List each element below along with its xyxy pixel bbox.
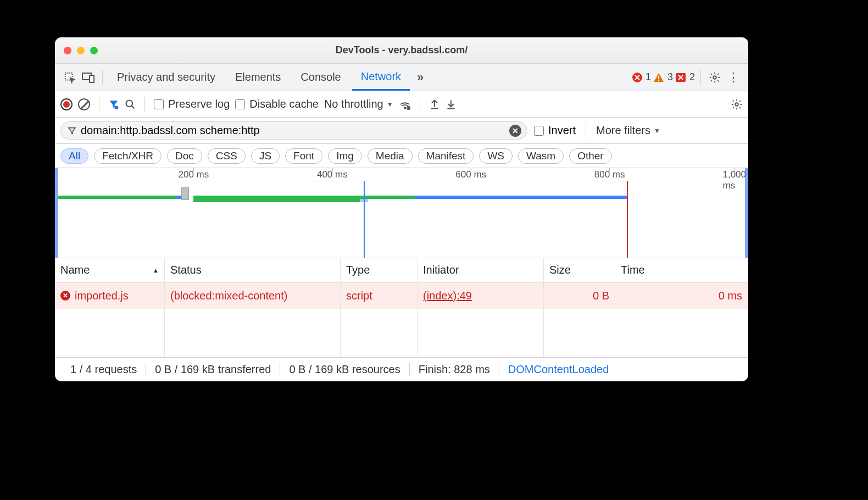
chip-manifest[interactable]: Manifest [418,148,474,164]
network-toolbar: Preserve log Disable cache No throttling… [55,91,748,118]
tab-network[interactable]: Network [352,64,410,91]
chip-fetch-xhr[interactable]: Fetch/XHR [94,148,162,164]
load-line [627,181,628,258]
column-initiator[interactable]: Initiator [418,258,544,282]
maximize-window-button[interactable] [90,47,98,54]
invert-checkbox[interactable]: Invert [534,124,576,137]
status-requests: 1 / 4 requests [62,363,146,376]
filter-bar: ✕ Invert More filters ▼ [55,118,748,144]
inspect-element-icon[interactable] [62,69,78,86]
settings-icon[interactable] [706,69,723,86]
filter-icon [68,126,76,135]
more-tabs-button[interactable]: » [412,69,429,86]
chip-wasm[interactable]: Wasm [518,148,564,164]
warning-icon [653,73,664,82]
cell-name: ✕ imported.js [55,282,165,309]
chip-other[interactable]: Other [569,148,612,164]
filter-toggle-icon[interactable] [108,99,119,110]
column-type[interactable]: Type [341,258,418,282]
error-count[interactable]: 1 [632,71,651,83]
timeline-overview[interactable]: 200 ms 400 ms 600 ms 800 ms 1,000 ms [55,168,748,258]
kebab-menu-icon[interactable]: ⋮ [725,69,742,86]
import-har-icon[interactable] [446,98,457,110]
tab-console[interactable]: Console [292,64,349,91]
column-status[interactable]: Status [165,258,341,282]
svg-point-9 [126,100,133,107]
throttling-select[interactable]: No throttling ▼ [324,98,393,110]
disable-cache-input[interactable] [235,99,245,109]
cell-size: 0 B [544,282,615,309]
export-har-icon[interactable] [429,98,440,110]
network-conditions-icon[interactable] [399,98,411,110]
svg-point-12 [735,103,738,106]
divider [420,97,420,112]
chip-font[interactable]: Font [285,148,322,164]
traffic-lights [64,47,98,54]
chip-ws[interactable]: WS [479,148,513,164]
svg-rect-4 [658,76,659,79]
blocked-icon: ✕ [60,291,70,301]
timeline-marker[interactable] [181,187,189,200]
clear-button[interactable] [78,98,90,110]
invert-input[interactable] [534,126,544,136]
clear-filter-icon[interactable]: ✕ [509,125,521,137]
tab-privacy-and-security[interactable]: Privacy and security [108,64,224,91]
search-icon[interactable] [125,99,136,110]
warning-count[interactable]: 3 [653,71,673,83]
tab-elements[interactable]: Elements [226,64,290,91]
svg-point-8 [115,105,119,109]
disable-cache-checkbox[interactable]: Disable cache [235,98,319,110]
status-transferred: 0 B / 169 kB transferred [146,363,280,376]
close-window-button[interactable] [64,47,71,54]
column-name[interactable]: Name [55,258,165,282]
chip-all[interactable]: All [60,148,88,164]
status-finish: Finish: 828 ms [410,363,499,376]
preserve-log-input[interactable] [154,99,164,109]
column-time[interactable]: Time [615,258,748,282]
cell-status: (blocked:mixed-content) [165,282,341,309]
chip-doc[interactable]: Doc [167,148,202,164]
divider [700,70,701,85]
cell-initiator[interactable]: (index):49 [418,282,544,309]
chevron-down-icon: ▼ [387,101,393,108]
issues-count[interactable]: 2 [675,71,695,83]
table-row[interactable]: ✕ imported.js (blocked:mixed-content) sc… [55,282,748,309]
type-filter-chips: All Fetch/XHR Doc CSS JS Font Img Media … [55,144,748,168]
divider [586,124,586,138]
table-header: Name Status Type Initiator Size Time [55,258,748,282]
preserve-log-checkbox[interactable]: Preserve log [154,98,230,110]
chevron-down-icon: ▼ [654,127,660,135]
error-icon [632,73,642,82]
devtools-window: DevTools - very.badssl.com/ Privacy and … [55,37,748,381]
svg-rect-2 [90,75,94,82]
svg-point-7 [713,76,716,79]
timeline-bars [55,192,748,203]
timeline-left-handle[interactable] [55,168,58,258]
network-settings-icon[interactable] [731,98,743,110]
status-domcontentloaded[interactable]: DOMContentLoaded [499,363,617,376]
window-title: DevTools - very.badssl.com/ [55,45,748,56]
record-button[interactable] [60,98,73,110]
status-bar: 1 / 4 requests 0 B / 169 kB transferred … [55,357,748,381]
status-resources: 0 B / 169 kB resources [280,363,409,376]
table-empty-area [55,309,748,357]
titlebar: DevTools - very.badssl.com/ [55,37,748,64]
column-size[interactable]: Size [544,258,615,282]
minimize-window-button[interactable] [77,47,85,54]
filter-box[interactable]: ✕ [60,121,527,140]
chip-css[interactable]: CSS [208,148,246,164]
filter-input[interactable] [81,124,505,137]
tabstrip: Privacy and security Elements Console Ne… [55,64,748,91]
chip-media[interactable]: Media [368,148,413,164]
cell-time: 0 ms [615,282,748,309]
timeline-ruler: 200 ms 400 ms 600 ms 800 ms 1,000 ms [55,168,748,181]
divider [99,97,99,112]
divider [102,70,103,85]
divider [144,97,145,112]
chip-img[interactable]: Img [328,148,362,164]
more-filters-button[interactable]: More filters ▼ [596,124,660,137]
chip-js[interactable]: JS [251,148,280,164]
svg-point-10 [404,107,405,109]
issues-icon [675,73,686,82]
device-toolbar-icon[interactable] [80,69,97,86]
